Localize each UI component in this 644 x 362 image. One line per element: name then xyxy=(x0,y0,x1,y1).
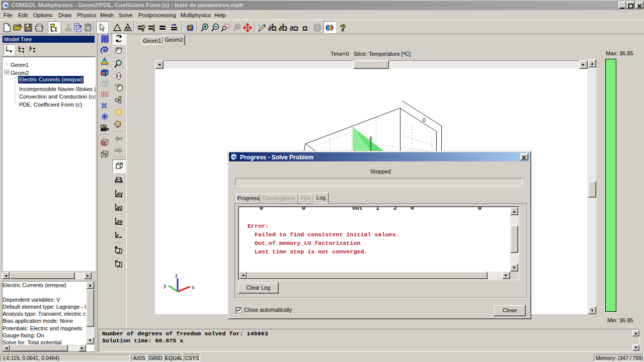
svg-text:!: ! xyxy=(152,24,155,32)
svg-text:Ω: Ω xyxy=(302,25,307,32)
svg-text:?: ? xyxy=(340,23,346,32)
svg-text:x: x xyxy=(192,284,195,290)
svg-text:0: 0 xyxy=(423,117,426,123)
svg-text:∂Ω: ∂Ω xyxy=(290,25,298,32)
svg-text:2: 2 xyxy=(282,23,284,28)
svg-text:z: z xyxy=(175,273,178,279)
svg-text:3: 3 xyxy=(271,23,274,28)
svg-text:zx: zx xyxy=(117,219,123,224)
svg-text:yz: yz xyxy=(117,205,123,210)
svg-text:?: ? xyxy=(140,24,145,32)
svg-text:?: ? xyxy=(118,96,122,102)
svg-text:xy: xy xyxy=(117,191,123,197)
svg-text:y: y xyxy=(164,283,167,289)
svg-text:?: ? xyxy=(188,24,193,32)
